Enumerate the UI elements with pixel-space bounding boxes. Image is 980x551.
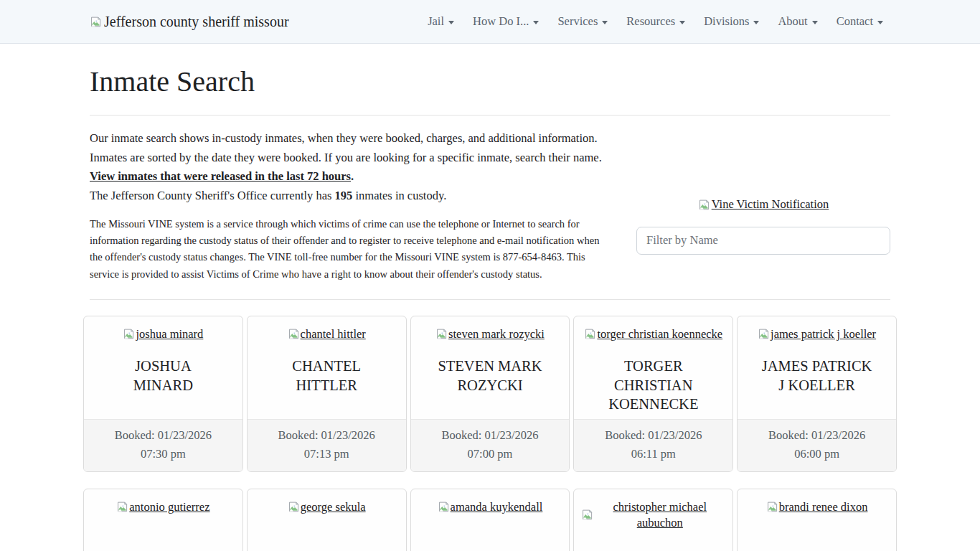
inmate-photo-link[interactable]: joshua minard [123,326,203,342]
inmate-name: JAMES PATRICKJ KOELLER [745,357,889,395]
broken-image-icon [116,501,128,513]
chevron-down-icon [602,21,608,24]
inmate-card: george sekula [247,489,407,551]
broken-image-icon [288,501,300,513]
released-72h-link[interactable]: View inmates that were released in the l… [90,169,351,183]
inmate-card: amanda kuykendall [410,489,570,551]
broken-image-icon [698,199,710,211]
inmate-photo-link[interactable]: george sekula [288,499,366,515]
inmate-card: steven mark rozycki STEVEN MARKROZYCKI B… [410,316,570,472]
inmate-name: CHANTELHITTLER [255,357,399,395]
inmate-name: TORGERCHRISTIANKOENNECKE [581,357,725,414]
booked-date: Booked: 01/23/2026 [742,426,892,445]
intro-paragraph: Our inmate search shows in-custody inmat… [90,129,611,167]
nav-item-contact[interactable]: Contact [829,9,890,34]
broken-image-icon [581,509,593,521]
broken-image-icon [766,501,778,513]
broken-image-icon [758,328,770,340]
booked-footer: Booked: 01/23/2026 07:13 pm [248,419,406,471]
booked-date: Booked: 01/23/2026 [578,426,728,445]
inmate-photo-link[interactable]: james patrick j koeller [758,326,876,342]
released-line: View inmates that were released in the l… [90,167,611,187]
inmate-card-grid: joshua minard JOSHUAMINARD Booked: 01/23… [83,316,897,551]
booked-footer: Booked: 01/23/2026 06:00 pm [738,419,896,471]
broken-image-icon [584,328,596,340]
inmate-photo-link[interactable]: steven mark rozycki [435,326,545,342]
chevron-down-icon [877,21,883,24]
broken-image-icon [435,328,448,340]
booked-time: 07:13 pm [252,445,402,463]
booked-date: Booked: 01/23/2026 [415,426,565,445]
nav-item-jail[interactable]: Jail [420,9,461,34]
booked-time: 06:00 pm [742,445,892,463]
inmate-card: brandi renee dixon [737,489,897,551]
booked-footer: Booked: 01/23/2026 07:00 pm [411,419,570,471]
custody-count: 195 [335,189,353,202]
inmate-card: antonio gutierrez [83,489,243,551]
divider [90,299,890,300]
inmate-photo-link[interactable]: chantel hittler [288,326,366,342]
custody-line: The Jefferson County Sheriff's Office cu… [90,187,611,206]
broken-image-icon [123,328,135,340]
nav-item-about[interactable]: About [771,9,824,34]
booked-footer: Booked: 01/23/2026 06:11 pm [574,419,732,471]
filter-by-name-input[interactable] [636,227,890,255]
inmate-name: JOSHUAMINARD [91,357,235,395]
main-nav: Jail How Do I... Services Resources Divi… [420,9,890,34]
divider [90,115,890,116]
inmate-card: chantel hittler CHANTELHITTLER Booked: 0… [247,316,407,472]
top-navbar: Jefferson county sheriff missour Jail Ho… [0,0,980,44]
broken-image-icon [90,16,102,28]
booked-date: Booked: 01/23/2026 [88,426,238,445]
inmate-card: torger christian koennecke TORGERCHRISTI… [573,316,733,472]
inmate-photo-link[interactable]: brandi renee dixon [766,499,868,515]
chevron-down-icon [679,21,685,24]
intro-column: Our inmate search shows in-custody inmat… [90,129,611,283]
chevron-down-icon [812,21,818,24]
nav-item-how-do-i[interactable]: How Do I... [466,9,546,34]
broken-image-icon [288,328,300,340]
brand-alt-text: Jefferson county sheriff missour [104,14,289,30]
booked-time: 06:11 pm [578,445,728,463]
brand-link[interactable]: Jefferson county sheriff missour [90,14,289,30]
chevron-down-icon [533,21,539,24]
nav-item-resources[interactable]: Resources [619,9,692,34]
page-title: Inmate Search [90,65,890,98]
booked-footer: Booked: 01/23/2026 07:30 pm [84,419,242,471]
inmate-photo-link[interactable]: torger christian koennecke [584,326,722,342]
inmate-card: james patrick j koeller JAMES PATRICKJ K… [737,316,897,472]
chevron-down-icon [448,21,454,24]
booked-date: Booked: 01/23/2026 [252,426,402,445]
broken-image-icon [438,501,450,513]
vine-paragraph: The Missouri VINE system is a service th… [90,216,611,283]
main-content: Inmate Search Our inmate search shows in… [90,65,890,551]
sidebar-column: Vine Victim Notification [636,129,890,283]
nav-item-services[interactable]: Services [550,9,615,34]
booked-time: 07:00 pm [415,445,565,463]
inmate-photo-link[interactable]: amanda kuykendall [438,499,543,515]
booked-time: 07:30 pm [88,445,238,463]
inmate-card: joshua minard JOSHUAMINARD Booked: 01/23… [83,316,243,472]
inmate-card: christopher michael aubuchon [573,489,733,551]
nav-item-divisions[interactable]: Divisions [697,9,766,34]
inmate-name: STEVEN MARKROZYCKI [418,357,562,395]
vine-victim-notification-link[interactable]: Vine Victim Notification [698,197,829,212]
inmate-photo-link[interactable]: christopher michael aubuchon [581,499,725,531]
inmate-photo-link[interactable]: antonio gutierrez [116,499,209,515]
chevron-down-icon [753,21,759,24]
